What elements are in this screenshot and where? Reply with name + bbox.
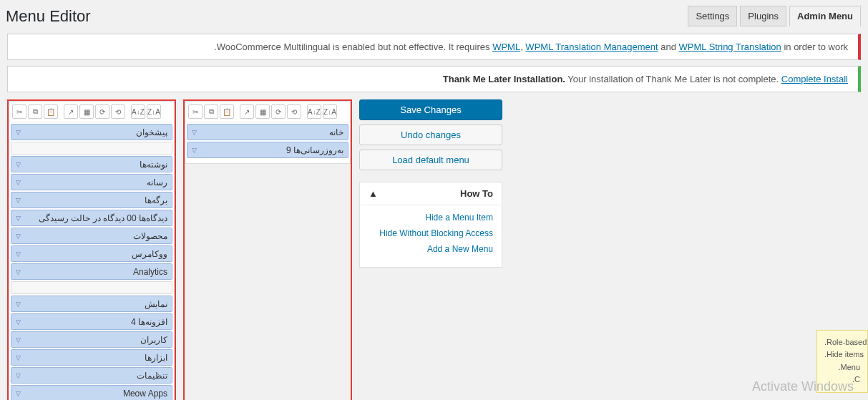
menu-item[interactable]: کاربران▽ <box>11 331 172 348</box>
new-item-icon[interactable]: ↗ <box>240 104 254 119</box>
menu-item[interactable]: برگه‌ها▽ <box>11 192 172 208</box>
menu-item-label: Analytics <box>133 267 167 277</box>
menu-item[interactable]: پیشخوان▽ <box>11 124 172 140</box>
load-default-button[interactable]: Load default menu <box>359 150 502 170</box>
show-icon[interactable]: ⟳ <box>95 104 109 119</box>
hide-icon[interactable]: ⟲ <box>287 104 301 119</box>
link-wpml-tm[interactable]: WPML Translation Management <box>525 42 658 52</box>
chevron-down-icon[interactable]: ▽ <box>16 301 21 308</box>
chevron-down-icon[interactable]: ▽ <box>16 318 21 326</box>
menu-item-label: Meow Apps <box>123 389 167 399</box>
show-icon[interactable]: ⟳ <box>271 104 286 119</box>
chevron-down-icon[interactable]: ▽ <box>192 129 197 136</box>
new-sep-icon[interactable]: ▦ <box>79 104 94 119</box>
howto-title: How To <box>460 188 493 199</box>
menu-item-label: پیشخوان <box>136 127 167 137</box>
sort-za-icon[interactable]: Z↓A <box>323 104 337 119</box>
chevron-down-icon[interactable]: ▽ <box>16 215 21 222</box>
menu-item-label: افزونه‌ها 4 <box>131 317 167 327</box>
menu-item-label: ابزارها <box>145 353 167 363</box>
chevron-down-icon[interactable]: ▽ <box>16 161 21 168</box>
menu-item[interactable]: محصولات▽ <box>11 228 172 244</box>
menu-item-label: نوشته‌ها <box>140 160 167 170</box>
menu-item[interactable]: تنظیمات▽ <box>11 367 172 384</box>
chevron-down-icon[interactable]: ▽ <box>16 179 21 186</box>
copy-icon[interactable]: ⧉ <box>28 104 42 119</box>
notice-thankmelater: Thank Me Later Installation. Your instal… <box>7 66 861 92</box>
cut-icon[interactable]: ✂ <box>12 104 26 119</box>
windows-watermark: Activate Windows <box>752 379 854 394</box>
menu-separator[interactable] <box>11 142 172 155</box>
paste-icon[interactable]: 📋 <box>44 104 58 119</box>
chevron-down-icon[interactable]: ▽ <box>16 233 21 240</box>
copy-icon[interactable]: ⧉ <box>204 104 218 119</box>
howto-link-add[interactable]: Add a New Menu <box>369 244 493 254</box>
menu-separator[interactable] <box>11 281 172 294</box>
sort-az-icon[interactable]: A↓Z <box>307 104 321 119</box>
toolbar-main: ✂ ⧉ 📋 ↗ ▦ ⟳ ⟲ A↓Z Z↓A <box>9 102 174 122</box>
menu-column-sub: ✂ ⧉ 📋 ↗ ▦ ⟳ ⟲ A↓Z Z↓A خانه▽به‌روزرسانی‌ه… <box>185 101 351 164</box>
menu-item[interactable]: Analytics▽ <box>11 263 172 280</box>
menu-item-label: ووکامرس <box>132 249 167 259</box>
tab-plugins[interactable]: Plugins <box>740 6 786 26</box>
menu-item[interactable]: خانه▽ <box>187 124 348 140</box>
chevron-down-icon[interactable]: ▽ <box>16 197 21 204</box>
tab-bar: Settings Plugins Admin Menu <box>685 6 861 26</box>
menu-item-label: برگه‌ها <box>145 195 167 205</box>
howto-link-hidewb[interactable]: Hide Without Blocking Access <box>369 228 493 238</box>
notice-wpml: .WooCommerce Multilingual is enabled but… <box>7 34 861 60</box>
menu-item[interactable]: ابزارها▽ <box>11 349 172 366</box>
chevron-down-icon[interactable]: ▽ <box>16 129 21 136</box>
menu-item-label: به‌روزرسانی‌ها 9 <box>286 145 343 155</box>
menu-item-label: کاربران <box>140 335 167 345</box>
chevron-down-icon[interactable]: ▽ <box>16 372 21 379</box>
tab-admin-menu[interactable]: Admin Menu <box>789 6 861 26</box>
howto-link-hide[interactable]: Hide a Menu Item <box>369 213 493 223</box>
menu-item-label: رسانه <box>147 177 167 187</box>
menu-item-label: نمایش <box>145 299 167 309</box>
menu-item[interactable]: دیدگاه‌ها 00 دیدگاه در حالت رسیدگی▽ <box>11 210 172 226</box>
link-wpml[interactable]: WPML <box>492 42 520 52</box>
chevron-down-icon[interactable]: ▽ <box>16 250 21 258</box>
howto-box: ▲ How To Hide a Menu Item Hide Without B… <box>359 182 502 268</box>
toolbar-sub: ✂ ⧉ 📋 ↗ ▦ ⟳ ⟲ A↓Z Z↓A <box>185 102 350 122</box>
chevron-down-icon[interactable]: ▽ <box>16 336 21 343</box>
menu-item[interactable]: به‌روزرسانی‌ها 9▽ <box>187 142 348 158</box>
menu-item[interactable]: نمایش▽ <box>11 296 172 312</box>
chevron-down-icon[interactable]: ▽ <box>16 354 21 361</box>
menu-item[interactable]: نوشته‌ها▽ <box>11 156 172 172</box>
chevron-down-icon[interactable]: ▽ <box>192 147 197 154</box>
new-sep-icon[interactable]: ▦ <box>255 104 270 119</box>
menu-item-label: دیدگاه‌ها 00 دیدگاه در حالت رسیدگی <box>39 213 167 223</box>
menu-item[interactable]: Meow Apps▽ <box>11 385 172 400</box>
menu-column-main: ✂ ⧉ 📋 ↗ ▦ ⟳ ⟲ A↓Z Z↓A پیشخوان▽نوشته‌ها▽ر… <box>9 101 175 400</box>
hide-icon[interactable]: ⟲ <box>111 104 125 119</box>
save-button[interactable]: Save Changes <box>359 99 502 120</box>
collapse-icon[interactable]: ▲ <box>369 188 378 199</box>
cut-icon[interactable]: ✂ <box>188 104 203 119</box>
tab-settings[interactable]: Settings <box>688 6 737 26</box>
menu-item-label: محصولات <box>133 231 167 241</box>
link-wpml-st[interactable]: WPML String Translation <box>679 42 781 52</box>
menu-item[interactable]: رسانه▽ <box>11 174 172 190</box>
paste-icon[interactable]: 📋 <box>220 104 234 119</box>
chevron-down-icon[interactable]: ▽ <box>16 268 21 275</box>
sort-az-icon[interactable]: A↓Z <box>131 104 145 119</box>
page-title: Menu Editor <box>6 7 91 26</box>
link-complete-install[interactable]: Complete Install <box>781 74 848 84</box>
menu-item-label: تنظیمات <box>137 371 167 381</box>
undo-button[interactable]: Undo changes <box>359 125 502 145</box>
menu-item[interactable]: ووکامرس▽ <box>11 245 172 262</box>
menu-item-label: خانه <box>329 127 343 137</box>
new-item-icon[interactable]: ↗ <box>64 104 78 119</box>
sort-za-icon[interactable]: Z↓A <box>147 104 161 119</box>
menu-item[interactable]: افزونه‌ها 4▽ <box>11 313 172 330</box>
chevron-down-icon[interactable]: ▽ <box>16 390 21 397</box>
